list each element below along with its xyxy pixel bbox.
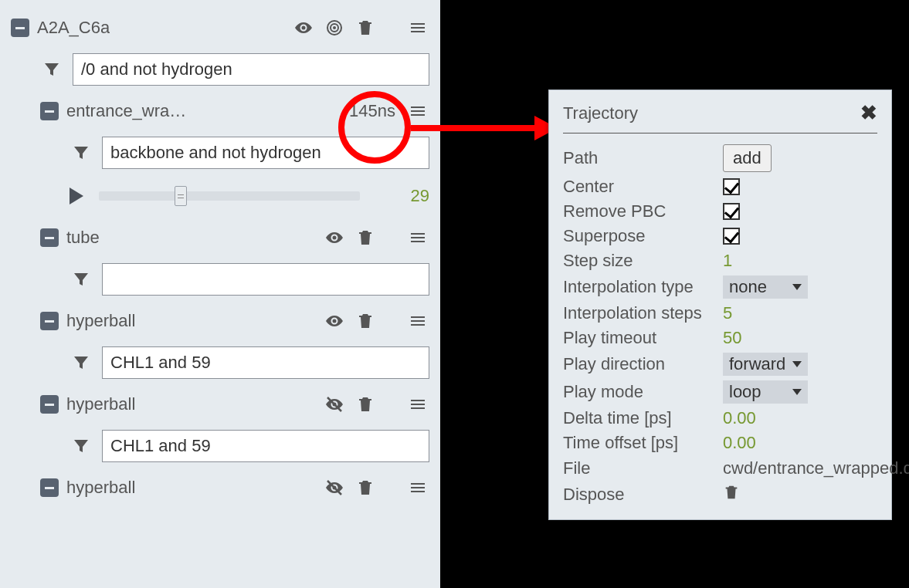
- interp-type-select[interactable]: none: [723, 275, 808, 299]
- trajectory-player: 29: [11, 174, 429, 218]
- filter-row: [11, 424, 429, 468]
- collapse-icon[interactable]: [40, 395, 59, 414]
- frame-value: 29: [399, 186, 429, 206]
- play-direction-select[interactable]: forward: [723, 353, 808, 376]
- component-name: A2A_C6a: [37, 18, 110, 38]
- component-header: A2A_C6a: [11, 8, 429, 48]
- callout-arrow: [411, 113, 558, 144]
- trash-icon[interactable]: [354, 476, 377, 499]
- representation-header: hyperball: [11, 468, 429, 508]
- eye-icon[interactable]: [292, 16, 315, 39]
- hamburger-icon[interactable]: [406, 476, 429, 499]
- play-icon[interactable]: [70, 188, 83, 204]
- hamburger-icon[interactable]: [406, 309, 429, 333]
- representation-header: hyperball: [11, 384, 429, 424]
- delta-time-label: Delta time [ps]: [563, 408, 712, 428]
- target-icon[interactable]: [323, 16, 346, 39]
- hamburger-icon[interactable]: [406, 226, 429, 249]
- play-mode-label: Play mode: [563, 382, 712, 402]
- play-timeout-value[interactable]: 50: [723, 328, 877, 348]
- close-icon[interactable]: ✖: [860, 101, 877, 125]
- selection-input[interactable]: [102, 430, 429, 462]
- time-offset-label: Time offset [ps]: [563, 433, 712, 453]
- file-label: File: [563, 458, 712, 478]
- hamburger-icon[interactable]: [406, 16, 429, 39]
- interp-steps-value[interactable]: 5: [723, 303, 877, 323]
- panel-title: Trajectory: [563, 103, 860, 123]
- time-offset-value[interactable]: 0.00: [723, 433, 877, 453]
- selection-input[interactable]: [102, 346, 429, 379]
- filter-row: [11, 341, 429, 384]
- eye-off-icon[interactable]: [323, 476, 346, 499]
- filter-icon: [70, 434, 93, 458]
- representation-name: tube: [66, 228, 100, 248]
- representation-name: hyperball: [66, 394, 135, 414]
- dispose-label: Dispose: [563, 485, 712, 505]
- slider-thumb[interactable]: [175, 186, 187, 206]
- selection-input[interactable]: [73, 53, 429, 86]
- center-checkbox[interactable]: [723, 178, 740, 195]
- stepsize-value[interactable]: 1: [723, 251, 877, 271]
- superpose-label: Superpose: [563, 226, 712, 246]
- svg-point-2: [333, 26, 336, 29]
- collapse-icon[interactable]: [40, 312, 59, 330]
- stepsize-label: Step size: [563, 251, 712, 271]
- representation-name: hyperball: [66, 478, 135, 498]
- panel-header: Trajectory ✖: [563, 101, 877, 133]
- component-sidebar: A2A_C6a entrance_wra… 145ns: [0, 0, 440, 588]
- representation-header: hyperball: [11, 301, 429, 341]
- removepbc-label: Remove PBC: [563, 201, 712, 221]
- eye-icon[interactable]: [323, 309, 346, 333]
- trash-icon[interactable]: [723, 484, 740, 505]
- eye-icon[interactable]: [323, 226, 346, 249]
- center-label: Center: [563, 177, 712, 197]
- interp-type-label: Interpolation type: [563, 277, 712, 297]
- trash-icon[interactable]: [354, 16, 377, 39]
- interp-steps-label: Interpolation steps: [563, 303, 712, 323]
- filter-icon: [70, 141, 93, 164]
- trajectory-panel: Trajectory ✖ Path add Center Remove PBC …: [548, 90, 892, 520]
- delta-time-value[interactable]: 0.00: [723, 408, 877, 428]
- collapse-icon[interactable]: [40, 228, 59, 247]
- file-value: cwd/entrance_wrapped.dcd: [723, 458, 877, 479]
- representation-header: tube: [11, 218, 429, 258]
- collapse-icon[interactable]: [40, 102, 59, 120]
- filter-icon: [70, 268, 93, 291]
- filter-icon: [40, 58, 63, 81]
- collapse-icon[interactable]: [11, 19, 29, 37]
- play-mode-select[interactable]: loop: [723, 380, 808, 404]
- play-timeout-label: Play timeout: [563, 328, 712, 348]
- removepbc-checkbox[interactable]: [723, 203, 740, 220]
- collapse-icon[interactable]: [40, 478, 59, 497]
- trash-icon[interactable]: [354, 309, 377, 333]
- path-label: Path: [563, 148, 712, 168]
- add-path-button[interactable]: add: [723, 144, 772, 172]
- filter-icon: [70, 351, 93, 374]
- hamburger-icon[interactable]: [406, 393, 429, 416]
- representation-name: hyperball: [66, 311, 135, 331]
- eye-off-icon[interactable]: [323, 393, 346, 416]
- filter-row: [11, 48, 429, 91]
- selection-input[interactable]: [102, 263, 429, 296]
- play-direction-label: Play direction: [563, 354, 712, 374]
- trash-icon[interactable]: [354, 226, 377, 249]
- callout-circle: [338, 91, 411, 164]
- trash-icon[interactable]: [354, 393, 377, 416]
- trajectory-name: entrance_wra…: [66, 101, 186, 121]
- superpose-checkbox[interactable]: [723, 228, 740, 245]
- filter-row: [11, 258, 429, 301]
- frame-slider[interactable]: [99, 191, 360, 201]
